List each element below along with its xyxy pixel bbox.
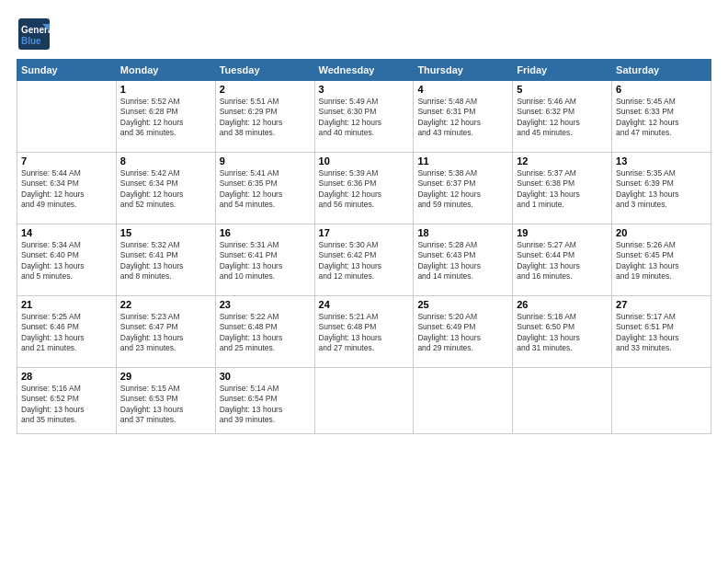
logo: General Blue: [17, 17, 51, 52]
calendar-cell: [414, 368, 513, 434]
day-number: 14: [21, 227, 112, 238]
calendar-cell: 17Sunrise: 5:30 AM Sunset: 6:42 PM Dayli…: [314, 224, 414, 296]
cell-info: Sunrise: 5:18 AM Sunset: 6:50 PM Dayligh…: [517, 312, 608, 354]
weekday-header: Tuesday: [215, 60, 314, 81]
calendar-table: SundayMondayTuesdayWednesdayThursdayFrid…: [17, 59, 711, 434]
weekday-header: Wednesday: [314, 60, 414, 81]
cell-info: Sunrise: 5:38 AM Sunset: 6:37 PM Dayligh…: [417, 168, 508, 211]
day-number: 4: [417, 84, 508, 95]
weekday-header: Sunday: [17, 60, 117, 81]
calendar-cell: 24Sunrise: 5:21 AM Sunset: 6:48 PM Dayli…: [314, 296, 414, 368]
cell-info: Sunrise: 5:46 AM Sunset: 6:32 PM Dayligh…: [517, 97, 608, 139]
cell-info: Sunrise: 5:30 AM Sunset: 6:42 PM Dayligh…: [319, 240, 410, 282]
cell-info: Sunrise: 5:49 AM Sunset: 6:30 PM Dayligh…: [319, 97, 410, 139]
calendar-cell: 18Sunrise: 5:28 AM Sunset: 6:43 PM Dayli…: [414, 224, 513, 296]
svg-text:Blue: Blue: [21, 36, 41, 46]
calendar-cell: 4Sunrise: 5:48 AM Sunset: 6:31 PM Daylig…: [414, 81, 513, 153]
calendar-cell: 30Sunrise: 5:14 AM Sunset: 6:54 PM Dayli…: [215, 368, 314, 434]
calendar-cell: 22Sunrise: 5:23 AM Sunset: 6:47 PM Dayli…: [116, 296, 215, 368]
day-number: 9: [220, 155, 311, 167]
cell-info: Sunrise: 5:26 AM Sunset: 6:45 PM Dayligh…: [616, 240, 707, 282]
day-number: 5: [517, 84, 608, 95]
day-number: 23: [220, 299, 311, 310]
day-number: 22: [120, 299, 211, 310]
cell-info: Sunrise: 5:23 AM Sunset: 6:47 PM Dayligh…: [120, 312, 211, 354]
cell-info: Sunrise: 5:41 AM Sunset: 6:35 PM Dayligh…: [220, 168, 311, 211]
day-number: 2: [220, 84, 311, 95]
calendar-cell: 3Sunrise: 5:49 AM Sunset: 6:30 PM Daylig…: [314, 81, 414, 153]
calendar-cell: 7Sunrise: 5:44 AM Sunset: 6:34 PM Daylig…: [17, 153, 117, 224]
weekday-header: Monday: [116, 60, 215, 81]
day-number: 29: [120, 371, 211, 382]
calendar-cell: 9Sunrise: 5:41 AM Sunset: 6:35 PM Daylig…: [215, 153, 314, 224]
calendar-cell: [314, 368, 414, 434]
calendar-cell: 27Sunrise: 5:17 AM Sunset: 6:51 PM Dayli…: [612, 296, 711, 368]
cell-info: Sunrise: 5:35 AM Sunset: 6:39 PM Dayligh…: [616, 168, 707, 211]
cell-info: Sunrise: 5:31 AM Sunset: 6:41 PM Dayligh…: [220, 240, 311, 282]
day-number: 25: [417, 299, 508, 310]
day-number: 18: [417, 227, 508, 238]
calendar-cell: 26Sunrise: 5:18 AM Sunset: 6:50 PM Dayli…: [513, 296, 612, 368]
cell-info: Sunrise: 5:27 AM Sunset: 6:44 PM Dayligh…: [517, 240, 608, 282]
cell-info: Sunrise: 5:14 AM Sunset: 6:54 PM Dayligh…: [220, 384, 311, 426]
day-number: 19: [517, 227, 608, 238]
day-number: 13: [616, 155, 707, 167]
weekday-header: Thursday: [414, 60, 513, 81]
weekday-header: Saturday: [612, 60, 711, 81]
day-number: 12: [517, 155, 608, 167]
day-number: 20: [616, 227, 707, 238]
day-number: 1: [120, 84, 211, 95]
day-number: 24: [319, 299, 410, 310]
day-number: 27: [616, 299, 707, 310]
calendar-cell: 14Sunrise: 5:34 AM Sunset: 6:40 PM Dayli…: [17, 224, 117, 296]
cell-info: Sunrise: 5:32 AM Sunset: 6:41 PM Dayligh…: [120, 240, 211, 282]
calendar-cell: 28Sunrise: 5:16 AM Sunset: 6:52 PM Dayli…: [17, 368, 117, 434]
calendar-cell: 1Sunrise: 5:52 AM Sunset: 6:28 PM Daylig…: [116, 81, 215, 153]
calendar-cell: 6Sunrise: 5:45 AM Sunset: 6:33 PM Daylig…: [612, 81, 711, 153]
calendar-cell: 11Sunrise: 5:38 AM Sunset: 6:37 PM Dayli…: [414, 153, 513, 224]
cell-info: Sunrise: 5:15 AM Sunset: 6:53 PM Dayligh…: [120, 384, 211, 426]
cell-info: Sunrise: 5:39 AM Sunset: 6:36 PM Dayligh…: [319, 168, 410, 211]
calendar-page: General Blue SundayMondayTuesdayWednesda…: [0, 0, 728, 563]
calendar-cell: 5Sunrise: 5:46 AM Sunset: 6:32 PM Daylig…: [513, 81, 612, 153]
day-number: 10: [319, 155, 410, 167]
cell-info: Sunrise: 5:34 AM Sunset: 6:40 PM Dayligh…: [21, 240, 112, 282]
day-number: 30: [220, 371, 311, 382]
calendar-cell: 13Sunrise: 5:35 AM Sunset: 6:39 PM Dayli…: [612, 153, 711, 224]
calendar-cell: [612, 368, 711, 434]
cell-info: Sunrise: 5:17 AM Sunset: 6:51 PM Dayligh…: [616, 312, 707, 354]
cell-info: Sunrise: 5:28 AM Sunset: 6:43 PM Dayligh…: [417, 240, 508, 282]
day-number: 8: [120, 155, 211, 167]
calendar-cell: 16Sunrise: 5:31 AM Sunset: 6:41 PM Dayli…: [215, 224, 314, 296]
day-number: 11: [417, 155, 508, 167]
cell-info: Sunrise: 5:16 AM Sunset: 6:52 PM Dayligh…: [21, 384, 112, 426]
day-number: 26: [517, 299, 608, 310]
cell-info: Sunrise: 5:45 AM Sunset: 6:33 PM Dayligh…: [616, 97, 707, 139]
calendar-cell: [513, 368, 612, 434]
cell-info: Sunrise: 5:51 AM Sunset: 6:29 PM Dayligh…: [220, 97, 311, 139]
logo-icon: General Blue: [17, 17, 51, 52]
calendar-cell: 8Sunrise: 5:42 AM Sunset: 6:34 PM Daylig…: [116, 153, 215, 224]
cell-info: Sunrise: 5:44 AM Sunset: 6:34 PM Dayligh…: [21, 168, 112, 211]
calendar-cell: 23Sunrise: 5:22 AM Sunset: 6:48 PM Dayli…: [215, 296, 314, 368]
day-number: 16: [220, 227, 311, 238]
cell-info: Sunrise: 5:42 AM Sunset: 6:34 PM Dayligh…: [120, 168, 211, 211]
calendar-cell: 10Sunrise: 5:39 AM Sunset: 6:36 PM Dayli…: [314, 153, 414, 224]
cell-info: Sunrise: 5:22 AM Sunset: 6:48 PM Dayligh…: [220, 312, 311, 354]
cell-info: Sunrise: 5:48 AM Sunset: 6:31 PM Dayligh…: [417, 97, 508, 139]
cell-info: Sunrise: 5:25 AM Sunset: 6:46 PM Dayligh…: [21, 312, 112, 354]
cell-info: Sunrise: 5:52 AM Sunset: 6:28 PM Dayligh…: [120, 97, 211, 139]
header: General Blue: [17, 17, 711, 52]
cell-info: Sunrise: 5:21 AM Sunset: 6:48 PM Dayligh…: [319, 312, 410, 354]
day-number: 17: [319, 227, 410, 238]
calendar-cell: 12Sunrise: 5:37 AM Sunset: 6:38 PM Dayli…: [513, 153, 612, 224]
day-number: 6: [616, 84, 707, 95]
calendar-cell: [17, 81, 117, 153]
day-number: 21: [21, 299, 112, 310]
calendar-cell: 25Sunrise: 5:20 AM Sunset: 6:49 PM Dayli…: [414, 296, 513, 368]
calendar-cell: 15Sunrise: 5:32 AM Sunset: 6:41 PM Dayli…: [116, 224, 215, 296]
cell-info: Sunrise: 5:20 AM Sunset: 6:49 PM Dayligh…: [417, 312, 508, 354]
cell-info: Sunrise: 5:37 AM Sunset: 6:38 PM Dayligh…: [517, 168, 608, 211]
day-number: 28: [21, 371, 112, 382]
calendar-cell: 19Sunrise: 5:27 AM Sunset: 6:44 PM Dayli…: [513, 224, 612, 296]
